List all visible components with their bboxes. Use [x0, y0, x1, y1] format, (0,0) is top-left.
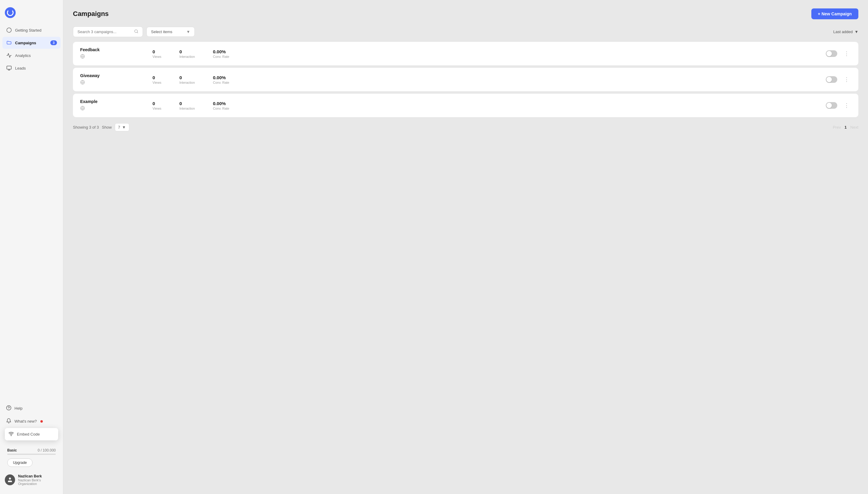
sidebar-item-campaigns[interactable]: Campaigns 3: [2, 37, 60, 49]
sidebar-item-getting-started[interactable]: Getting Started: [2, 24, 60, 36]
campaign-toggle[interactable]: [826, 102, 837, 109]
campaign-actions: ⋮: [826, 75, 851, 84]
current-page: 1: [845, 125, 847, 130]
conv-rate-label: Conv. Rate: [213, 81, 229, 84]
campaigns-icon: [6, 40, 12, 46]
user-section: Nazlican Berk Nazlican Berk's Organizati…: [0, 471, 63, 489]
search-input[interactable]: [77, 30, 132, 34]
views-value: 0: [152, 75, 155, 80]
interaction-stat: 0 Interaction: [179, 101, 195, 110]
plan-section: Basic 0 / 100.000 Upgrade: [2, 444, 60, 471]
more-options-button[interactable]: ⋮: [842, 75, 851, 84]
sidebar-item-embed-code[interactable]: Embed Code: [5, 428, 58, 440]
sidebar-item-analytics[interactable]: Analytics: [2, 50, 60, 61]
page-title: Campaigns: [73, 10, 109, 18]
per-page-select[interactable]: 7 ▼: [115, 123, 129, 131]
search-icon: [134, 29, 138, 34]
conv-rate-value: 0.00%: [213, 101, 226, 106]
interaction-value: 0: [179, 75, 182, 80]
logo-icon: [5, 7, 16, 18]
analytics-icon: [6, 52, 12, 58]
views-label: Views: [152, 81, 161, 84]
interaction-stat: 0 Interaction: [179, 75, 195, 84]
search-box[interactable]: [73, 26, 143, 37]
select-items-dropdown[interactable]: Select items ▼: [146, 27, 195, 37]
conv-rate-stat: 0.00% Conv. Rate: [213, 101, 229, 110]
campaign-actions: ⋮: [826, 101, 851, 110]
show-label: Show: [102, 125, 112, 130]
campaign-info: Feedback: [80, 47, 141, 60]
globe-icon: [80, 106, 85, 111]
table-row: Example 0 Views 0 Interaction: [73, 94, 858, 117]
campaigns-label: Campaigns: [15, 41, 36, 45]
getting-started-label: Getting Started: [15, 28, 41, 33]
more-options-button[interactable]: ⋮: [842, 101, 851, 110]
interaction-value: 0: [179, 101, 182, 106]
conv-rate-stat: 0.00% Conv. Rate: [213, 75, 229, 84]
globe-icon: [80, 55, 85, 60]
bell-icon: [6, 418, 12, 424]
sort-button[interactable]: Last added ▼: [833, 30, 858, 34]
svg-point-0: [7, 28, 12, 33]
svg-point-5: [9, 478, 11, 480]
table-row: Feedback 0 Views 0 Interaction: [73, 42, 858, 65]
campaign-toggle[interactable]: [826, 50, 837, 57]
campaign-stats: 0 Views 0 Interaction 0.00% Conv. Rate: [141, 49, 826, 58]
interaction-label: Interaction: [179, 107, 195, 110]
views-value: 0: [152, 101, 155, 106]
views-value: 0: [152, 49, 155, 54]
views-stat: 0 Views: [152, 101, 161, 110]
campaign-info: Giveaway: [80, 73, 141, 86]
toggle-thumb: [826, 103, 832, 108]
conv-rate-label: Conv. Rate: [213, 55, 229, 58]
plan-progress-bar: [7, 454, 56, 455]
toggle-thumb: [826, 51, 832, 56]
campaign-stats: 0 Views 0 Interaction 0.00% Conv. Rate: [141, 101, 826, 110]
per-page-value: 7: [118, 125, 120, 130]
campaign-toggle[interactable]: [826, 76, 837, 83]
getting-started-icon: [6, 27, 12, 33]
views-stat: 0 Views: [152, 49, 161, 58]
select-items-label: Select items: [151, 30, 172, 34]
prev-page-button[interactable]: Prev: [833, 125, 841, 130]
whats-new-label: What's new?: [15, 419, 37, 423]
leads-label: Leads: [15, 66, 25, 71]
conv-rate-label: Conv. Rate: [213, 107, 229, 110]
toolbar: Select items ▼ Last added ▼: [73, 26, 858, 37]
sidebar: Getting Started Campaigns 3 Analytics: [0, 0, 63, 494]
campaigns-list: Feedback 0 Views 0 Interaction: [73, 42, 858, 117]
campaign-actions: ⋮: [826, 49, 851, 58]
upgrade-button[interactable]: Upgrade: [7, 458, 33, 467]
plan-info: Basic 0 / 100.000: [7, 448, 56, 452]
sort-label: Last added: [833, 30, 853, 34]
more-options-button[interactable]: ⋮: [842, 49, 851, 58]
campaign-name: Example: [80, 99, 141, 104]
interaction-label: Interaction: [179, 55, 195, 58]
user-name: Nazlican Berk: [18, 474, 58, 478]
page-header: Campaigns + New Campaign: [73, 8, 858, 19]
leads-icon: [6, 65, 12, 71]
app-logo: [0, 5, 63, 24]
sidebar-item-whats-new[interactable]: What's new?: [2, 415, 60, 428]
plan-name: Basic: [7, 448, 17, 452]
help-label: Help: [15, 406, 23, 411]
analytics-label: Analytics: [15, 53, 31, 58]
embed-icon: [8, 431, 14, 437]
views-stat: 0 Views: [152, 75, 161, 84]
avatar: [5, 474, 15, 485]
logo-inner: [7, 10, 14, 16]
campaigns-badge: 3: [50, 40, 57, 45]
interaction-value: 0: [179, 49, 182, 54]
campaign-info: Example: [80, 99, 141, 112]
sidebar-item-leads[interactable]: Leads: [2, 62, 60, 74]
interaction-label: Interaction: [179, 81, 195, 84]
notification-dot: [40, 420, 43, 423]
pagination-left: Showing 3 of 3 Show 7 ▼: [73, 123, 129, 131]
next-page-button[interactable]: Next: [850, 125, 858, 130]
conv-rate-value: 0.00%: [213, 75, 226, 80]
interaction-stat: 0 Interaction: [179, 49, 195, 58]
showing-text: Showing 3 of 3: [73, 125, 99, 130]
svg-line-7: [137, 32, 138, 33]
sidebar-item-help[interactable]: Help: [2, 402, 60, 415]
new-campaign-button[interactable]: + New Campaign: [811, 8, 858, 19]
